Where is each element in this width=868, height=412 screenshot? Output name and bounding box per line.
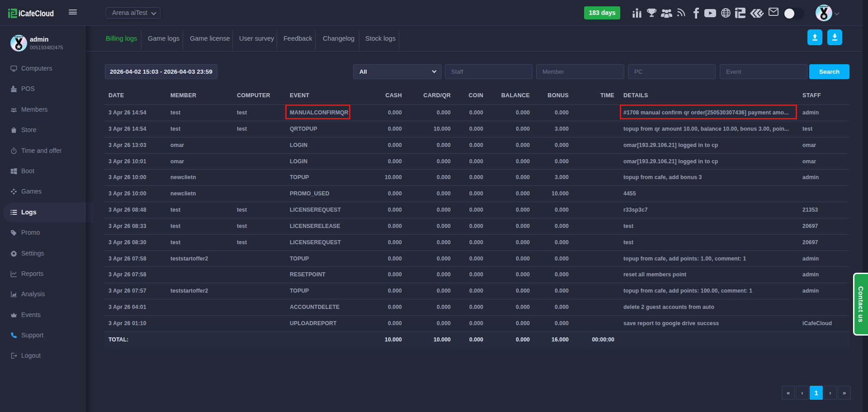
svg-text:PLATINUM: PLATINUM xyxy=(14,36,24,38)
svg-text:PLATINUM: PLATINUM xyxy=(820,5,829,8)
